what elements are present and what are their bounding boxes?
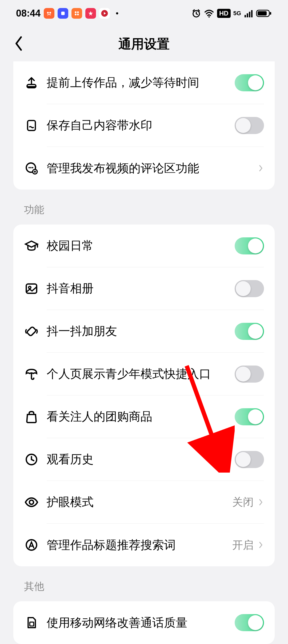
settings-card-other: 使用移动网络改善通话质量: [13, 601, 275, 644]
network-5g: 5G: [233, 11, 241, 16]
row-label: 抖音相册: [47, 281, 94, 296]
svg-point-10: [208, 16, 210, 18]
row-label: 护眼模式: [47, 494, 94, 510]
row-shake-friends[interactable]: 抖一抖加朋友: [13, 310, 275, 353]
svg-rect-14: [251, 10, 253, 17]
svg-point-6: [77, 14, 79, 15]
row-upload-early[interactable]: 提前上传作品，减少等待时间: [13, 61, 275, 104]
letter-a-icon: [24, 538, 39, 552]
svg-rect-16: [258, 11, 267, 15]
comment-settings-icon: [24, 161, 39, 175]
shake-icon: [24, 324, 39, 338]
row-label: 校园日常: [47, 238, 94, 254]
svg-rect-2: [61, 12, 65, 15]
row-label: 观看历史: [47, 451, 94, 467]
chevron-right-icon: [258, 163, 264, 174]
settings-card-features: 校园日常 抖音相册 抖一抖加朋友 个人页展示青少年模式快捷入口: [13, 225, 275, 566]
row-label: 抖一抖加朋友: [47, 323, 117, 339]
toggle-watermark[interactable]: [235, 117, 264, 134]
row-watch-history[interactable]: 观看历史: [13, 438, 275, 481]
svg-rect-27: [26, 327, 36, 336]
image-icon: [24, 282, 39, 296]
umbrella-icon: [24, 367, 39, 381]
svg-point-23: [32, 167, 33, 168]
svg-point-0: [47, 12, 49, 14]
settings-card-main: 提前上传作品，减少等待时间 保存自己内容带水印 管理我发布视频的评论区功能: [13, 61, 275, 190]
toggle-campus-daily[interactable]: [235, 237, 264, 254]
header: 通用设置: [0, 27, 288, 61]
alarm-icon: [191, 9, 201, 18]
row-label: 保存自己内容带水印: [47, 117, 152, 133]
toggle-group-buy[interactable]: [235, 408, 264, 425]
row-watermark[interactable]: 保存自己内容带水印: [13, 104, 275, 147]
back-button[interactable]: [13, 36, 24, 53]
battery-icon: [256, 9, 272, 18]
row-group-buy[interactable]: 看关注人的团购商品: [13, 395, 275, 438]
status-time: 08:44: [16, 8, 41, 19]
page-title: 通用设置: [8, 36, 280, 53]
chevron-left-icon: [13, 36, 24, 52]
toggle-youth-mode[interactable]: [235, 366, 264, 383]
graduation-cap-icon: [24, 239, 39, 253]
app-icon-3: [71, 8, 82, 19]
row-manage-comments[interactable]: 管理我发布视频的评论区功能: [13, 147, 275, 190]
row-label: 提前上传作品，减少等待时间: [47, 75, 199, 91]
value-text: 开启: [232, 538, 254, 552]
upload-icon: [24, 76, 39, 89]
chevron-right-icon: [258, 497, 264, 508]
row-label: 管理作品标题推荐搜索词: [47, 537, 176, 553]
row-mobile-call[interactable]: 使用移动网络改善通话质量: [13, 601, 275, 644]
svg-rect-13: [249, 12, 250, 17]
shopping-bag-icon: [24, 410, 39, 424]
app-icon-5: [99, 8, 110, 19]
svg-rect-19: [27, 120, 35, 131]
svg-rect-17: [270, 12, 271, 15]
toggle-shake-friends[interactable]: [235, 323, 264, 340]
hd-badge: HD: [217, 9, 231, 18]
app-icon-1: [44, 8, 54, 19]
eye-icon: [24, 495, 39, 509]
status-right: HD 5G: [191, 8, 272, 19]
svg-point-21: [28, 167, 30, 168]
toggle-upload-early[interactable]: [235, 74, 264, 91]
row-title-keywords[interactable]: 管理作品标题推荐搜索词 开启: [13, 524, 275, 566]
image-file-icon: [24, 119, 39, 132]
app-icon-4: [85, 8, 96, 19]
svg-point-29: [29, 500, 34, 504]
value-text: 关闭: [232, 495, 254, 509]
status-bar: 08:44 • HD 5G: [0, 0, 288, 27]
section-header-other: 其他: [0, 566, 288, 601]
row-campus-daily[interactable]: 校园日常: [13, 225, 275, 267]
svg-point-1: [49, 12, 51, 14]
svg-point-4: [77, 11, 79, 13]
svg-point-3: [75, 11, 77, 13]
notification-dot: •: [116, 9, 119, 18]
toggle-watch-history[interactable]: [235, 451, 264, 468]
svg-rect-12: [247, 13, 248, 17]
svg-point-5: [75, 14, 77, 15]
row-label: 看关注人的团购商品: [47, 409, 152, 425]
clock-icon: [24, 453, 39, 466]
row-eye-mode[interactable]: 护眼模式 关闭: [13, 481, 275, 524]
chevron-right-icon: [258, 540, 264, 550]
wifi-icon: [204, 8, 214, 19]
toggle-mobile-call[interactable]: [235, 614, 264, 631]
svg-point-26: [29, 286, 31, 289]
row-douyin-album[interactable]: 抖音相册: [13, 267, 275, 310]
app-icon-2: [58, 8, 68, 19]
row-youth-mode[interactable]: 个人页展示青少年模式快捷入口: [13, 353, 275, 395]
section-header-features: 功能: [0, 190, 288, 225]
row-label: 使用移动网络改善通话质量: [47, 615, 187, 631]
svg-rect-11: [245, 15, 246, 17]
sim-card-icon: [24, 616, 39, 629]
row-label: 管理我发布视频的评论区功能: [47, 160, 199, 176]
signal-icon: [244, 9, 253, 18]
svg-point-22: [30, 167, 31, 168]
row-label: 个人页展示青少年模式快捷入口: [47, 366, 211, 382]
status-left: 08:44 •: [16, 8, 119, 19]
svg-rect-31: [30, 622, 34, 626]
toggle-douyin-album[interactable]: [235, 280, 264, 297]
